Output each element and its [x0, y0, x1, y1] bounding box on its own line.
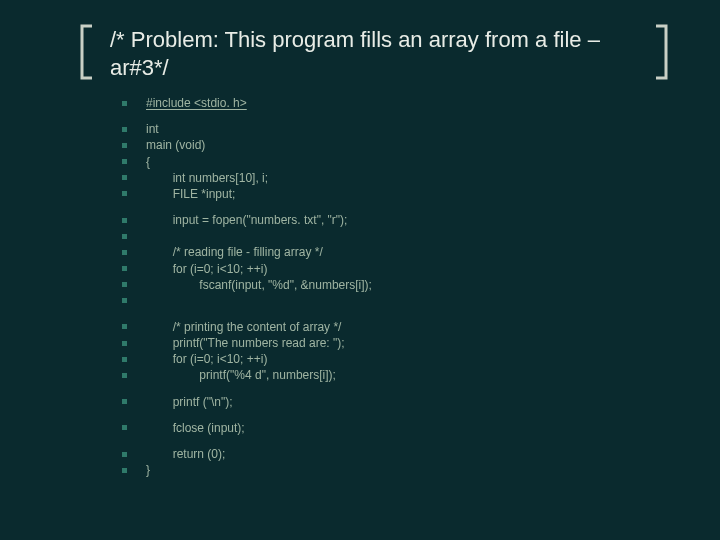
code-text: int	[146, 121, 159, 137]
bullet-icon	[118, 279, 130, 291]
bullet-icon	[118, 448, 130, 460]
bullet-icon	[118, 214, 130, 226]
bullet-icon	[118, 337, 130, 349]
code-line: int	[118, 121, 670, 137]
code-text: printf("The numbers read are: ");	[146, 335, 345, 351]
code-text: #include <stdio. h>	[146, 95, 247, 111]
blank-line	[118, 410, 670, 420]
bullet-icon	[118, 123, 130, 135]
bullet-icon	[118, 422, 130, 434]
slide: /* Problem: This program fills an array …	[0, 0, 720, 540]
code-line: FILE *input;	[118, 186, 670, 202]
code-text: /* printing the content of array */	[146, 319, 341, 335]
code-line: fclose (input);	[118, 420, 670, 436]
bullet-icon	[118, 396, 130, 408]
code-text: FILE *input;	[146, 186, 235, 202]
code-text: }	[146, 462, 150, 478]
page-title: /* Problem: This program fills an array …	[110, 24, 638, 81]
bullet-icon	[118, 295, 130, 307]
code-line	[118, 293, 670, 309]
blank-line	[118, 436, 670, 446]
code-line: {	[118, 154, 670, 170]
code-line: /* reading file - filling array */	[118, 244, 670, 260]
code-line	[118, 228, 670, 244]
bullet-icon	[118, 369, 130, 381]
code-text: fclose (input);	[146, 420, 245, 436]
blank-line	[118, 309, 670, 319]
code-text: fscanf(input, "%d", &numbers[i]);	[146, 277, 372, 293]
bullet-icon	[118, 230, 130, 242]
code-text: {	[146, 154, 150, 170]
bullet-icon	[118, 97, 130, 109]
code-line: printf("%4 d", numbers[i]);	[118, 367, 670, 383]
blank-line	[118, 111, 670, 121]
code-line: fscanf(input, "%d", &numbers[i]);	[118, 277, 670, 293]
code-text: printf("%4 d", numbers[i]);	[146, 367, 336, 383]
bullet-icon	[118, 139, 130, 151]
code-line: printf("The numbers read are: ");	[118, 335, 670, 351]
bullet-icon	[118, 172, 130, 184]
code-line: input = fopen("numbers. txt", "r");	[118, 212, 670, 228]
left-bracket-icon	[78, 24, 96, 80]
code-line: int numbers[10], i;	[118, 170, 670, 186]
code-text: input = fopen("numbers. txt", "r");	[146, 212, 347, 228]
bullet-icon	[118, 353, 130, 365]
code-text: main (void)	[146, 137, 205, 153]
code-line: #include <stdio. h>	[118, 95, 670, 111]
code-line: }	[118, 462, 670, 478]
code-line: for (i=0; i<10; ++i)	[118, 351, 670, 367]
code-text: printf ("\n");	[146, 394, 233, 410]
code-line: main (void)	[118, 137, 670, 153]
code-line: for (i=0; i<10; ++i)	[118, 261, 670, 277]
code-line: printf ("\n");	[118, 394, 670, 410]
code-text: return (0);	[146, 446, 225, 462]
blank-line	[118, 202, 670, 212]
bullet-icon	[118, 464, 130, 476]
code-block: #include <stdio. h>intmain (void){ int n…	[118, 95, 670, 478]
code-text: for (i=0; i<10; ++i)	[146, 351, 267, 367]
code-line: /* printing the content of array */	[118, 319, 670, 335]
right-bracket-icon	[652, 24, 670, 80]
bullet-icon	[118, 321, 130, 333]
code-text: for (i=0; i<10; ++i)	[146, 261, 267, 277]
code-text: int numbers[10], i;	[146, 170, 268, 186]
bullet-icon	[118, 263, 130, 275]
bullet-icon	[118, 246, 130, 258]
title-row: /* Problem: This program fills an array …	[78, 24, 670, 81]
code-line: return (0);	[118, 446, 670, 462]
code-text: /* reading file - filling array */	[146, 244, 323, 260]
bullet-icon	[118, 156, 130, 168]
bullet-icon	[118, 188, 130, 200]
blank-line	[118, 384, 670, 394]
